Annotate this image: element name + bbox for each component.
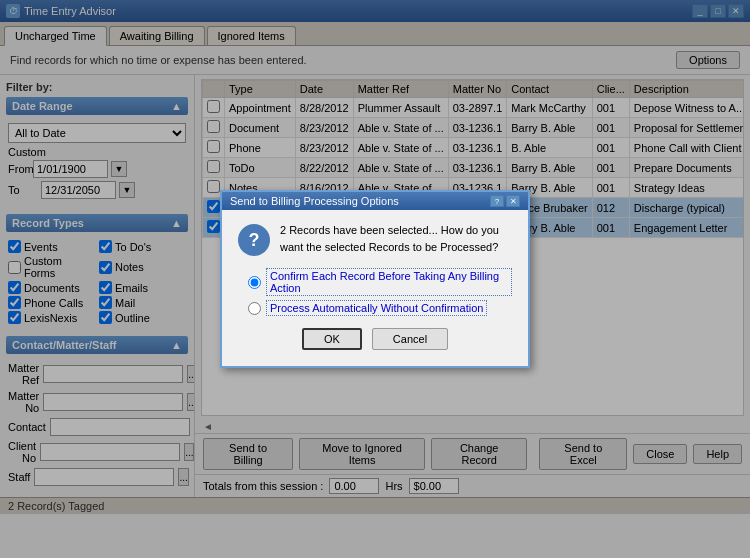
modal-cancel-button[interactable]: Cancel — [372, 328, 448, 350]
modal-dialog: Send to Billing Processing Options ? ✕ ?… — [220, 190, 530, 368]
modal-close-button[interactable]: ✕ — [506, 195, 520, 207]
modal-overlay: Send to Billing Processing Options ? ✕ ?… — [0, 0, 750, 558]
modal-buttons: OK Cancel — [238, 320, 512, 354]
modal-help-button[interactable]: ? — [490, 195, 504, 207]
confirm-each-label[interactable]: Confirm Each Record Before Taking Any Bi… — [266, 268, 512, 296]
radio-group: Confirm Each Record Before Taking Any Bi… — [238, 268, 512, 316]
question-icon: ? — [238, 224, 270, 256]
process-auto-label[interactable]: Process Automatically Without Confirmati… — [266, 300, 487, 316]
confirm-each-radio[interactable] — [248, 276, 261, 289]
modal-title-bar: Send to Billing Processing Options ? ✕ — [222, 192, 528, 210]
modal-question-text: 2 Records have been selected... How do y… — [280, 222, 512, 255]
modal-ok-button[interactable]: OK — [302, 328, 362, 350]
process-auto-radio[interactable] — [248, 302, 261, 315]
modal-title: Send to Billing Processing Options — [230, 195, 399, 207]
